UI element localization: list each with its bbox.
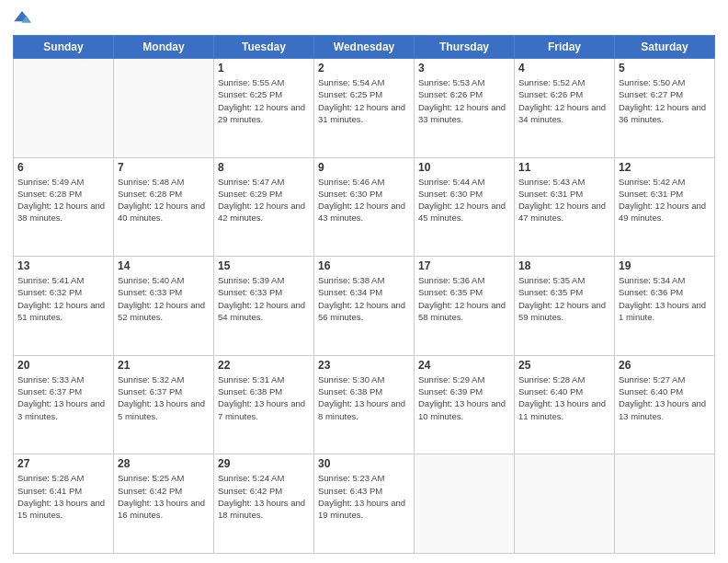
table-row: 14Sunrise: 5:40 AM Sunset: 6:33 PM Dayli… — [114, 257, 214, 356]
day-info: Sunrise: 5:38 AM Sunset: 6:34 PM Dayligh… — [318, 274, 410, 323]
day-info: Sunrise: 5:43 AM Sunset: 6:31 PM Dayligh… — [518, 176, 610, 224]
table-row: 27Sunrise: 5:26 AM Sunset: 6:41 PM Dayli… — [14, 454, 114, 554]
day-number: 20 — [17, 359, 109, 372]
day-info: Sunrise: 5:54 AM Sunset: 6:25 PM Dayligh… — [318, 76, 410, 125]
table-row: 1Sunrise: 5:55 AM Sunset: 6:25 PM Daylig… — [214, 59, 314, 158]
table-row: 22Sunrise: 5:31 AM Sunset: 6:38 PM Dayli… — [214, 355, 314, 454]
day-info: Sunrise: 5:33 AM Sunset: 6:37 PM Dayligh… — [17, 373, 109, 422]
day-number: 10 — [418, 161, 510, 174]
day-info: Sunrise: 5:23 AM Sunset: 6:43 PM Dayligh… — [318, 472, 410, 521]
day-number: 22 — [218, 359, 310, 372]
day-number: 6 — [17, 161, 109, 174]
table-row — [515, 454, 615, 554]
logo — [13, 9, 35, 28]
day-info: Sunrise: 5:42 AM Sunset: 6:31 PM Dayligh… — [619, 176, 711, 224]
day-info: Sunrise: 5:24 AM Sunset: 6:42 PM Dayligh… — [218, 472, 310, 521]
day-info: Sunrise: 5:34 AM Sunset: 6:36 PM Dayligh… — [619, 274, 711, 323]
calendar-week-row: 6Sunrise: 5:49 AM Sunset: 6:28 PM Daylig… — [14, 157, 715, 257]
calendar-week-row: 20Sunrise: 5:33 AM Sunset: 6:37 PM Dayli… — [14, 355, 715, 454]
table-row: 5Sunrise: 5:50 AM Sunset: 6:27 PM Daylig… — [615, 59, 715, 158]
table-row: 29Sunrise: 5:24 AM Sunset: 6:42 PM Dayli… — [214, 454, 314, 554]
table-row: 25Sunrise: 5:28 AM Sunset: 6:40 PM Dayli… — [515, 355, 615, 454]
day-info: Sunrise: 5:30 AM Sunset: 6:38 PM Dayligh… — [318, 373, 410, 422]
table-row: 10Sunrise: 5:44 AM Sunset: 6:30 PM Dayli… — [415, 157, 515, 257]
table-row — [615, 454, 715, 554]
day-info: Sunrise: 5:41 AM Sunset: 6:32 PM Dayligh… — [17, 274, 109, 323]
calendar-table: Sunday Monday Tuesday Wednesday Thursday… — [13, 35, 715, 554]
logo-icon — [13, 9, 31, 28]
table-row: 18Sunrise: 5:35 AM Sunset: 6:35 PM Dayli… — [515, 257, 615, 356]
col-sunday: Sunday — [14, 36, 114, 59]
day-number: 4 — [518, 62, 610, 75]
table-row: 15Sunrise: 5:39 AM Sunset: 6:33 PM Dayli… — [214, 257, 314, 356]
table-row: 19Sunrise: 5:34 AM Sunset: 6:36 PM Dayli… — [615, 257, 715, 356]
table-row: 2Sunrise: 5:54 AM Sunset: 6:25 PM Daylig… — [314, 59, 415, 158]
table-row: 13Sunrise: 5:41 AM Sunset: 6:32 PM Dayli… — [14, 257, 114, 356]
table-row: 24Sunrise: 5:29 AM Sunset: 6:39 PM Dayli… — [415, 355, 515, 454]
day-info: Sunrise: 5:28 AM Sunset: 6:40 PM Dayligh… — [518, 373, 610, 422]
day-info: Sunrise: 5:35 AM Sunset: 6:35 PM Dayligh… — [518, 274, 610, 323]
table-row: 17Sunrise: 5:36 AM Sunset: 6:35 PM Dayli… — [415, 257, 515, 356]
day-info: Sunrise: 5:50 AM Sunset: 6:27 PM Dayligh… — [619, 76, 711, 125]
day-number: 25 — [518, 359, 610, 372]
table-row — [14, 59, 114, 158]
day-number: 28 — [118, 457, 210, 470]
col-friday: Friday — [515, 36, 615, 59]
day-info: Sunrise: 5:36 AM Sunset: 6:35 PM Dayligh… — [418, 274, 510, 323]
col-tuesday: Tuesday — [214, 36, 314, 59]
calendar-week-row: 13Sunrise: 5:41 AM Sunset: 6:32 PM Dayli… — [14, 257, 715, 356]
day-info: Sunrise: 5:44 AM Sunset: 6:30 PM Dayligh… — [418, 176, 510, 224]
day-number: 9 — [318, 161, 410, 174]
page: Sunday Monday Tuesday Wednesday Thursday… — [0, 0, 728, 563]
table-row: 28Sunrise: 5:25 AM Sunset: 6:42 PM Dayli… — [114, 454, 214, 554]
day-number: 18 — [518, 259, 610, 272]
day-number: 3 — [418, 62, 510, 75]
table-row: 20Sunrise: 5:33 AM Sunset: 6:37 PM Dayli… — [14, 355, 114, 454]
day-info: Sunrise: 5:32 AM Sunset: 6:37 PM Dayligh… — [118, 373, 210, 422]
table-row: 26Sunrise: 5:27 AM Sunset: 6:40 PM Dayli… — [615, 355, 715, 454]
table-row: 21Sunrise: 5:32 AM Sunset: 6:37 PM Dayli… — [114, 355, 214, 454]
day-number: 21 — [118, 359, 210, 372]
day-number: 24 — [418, 359, 510, 372]
col-saturday: Saturday — [615, 36, 715, 59]
day-info: Sunrise: 5:55 AM Sunset: 6:25 PM Dayligh… — [218, 76, 310, 125]
calendar-header-row: Sunday Monday Tuesday Wednesday Thursday… — [14, 36, 715, 59]
col-wednesday: Wednesday — [314, 36, 415, 59]
day-number: 5 — [619, 62, 711, 75]
day-info: Sunrise: 5:48 AM Sunset: 6:28 PM Dayligh… — [118, 176, 210, 224]
day-number: 27 — [17, 457, 109, 470]
day-info: Sunrise: 5:29 AM Sunset: 6:39 PM Dayligh… — [418, 373, 510, 422]
day-info: Sunrise: 5:53 AM Sunset: 6:26 PM Dayligh… — [418, 76, 510, 125]
day-info: Sunrise: 5:49 AM Sunset: 6:28 PM Dayligh… — [17, 176, 109, 224]
day-info: Sunrise: 5:52 AM Sunset: 6:26 PM Dayligh… — [518, 76, 610, 125]
table-row: 6Sunrise: 5:49 AM Sunset: 6:28 PM Daylig… — [14, 157, 114, 257]
header — [13, 9, 715, 28]
day-number: 17 — [418, 259, 510, 272]
day-number: 1 — [218, 62, 310, 75]
day-number: 15 — [218, 259, 310, 272]
day-number: 19 — [619, 259, 711, 272]
table-row — [415, 454, 515, 554]
table-row: 7Sunrise: 5:48 AM Sunset: 6:28 PM Daylig… — [114, 157, 214, 257]
table-row: 30Sunrise: 5:23 AM Sunset: 6:43 PM Dayli… — [314, 454, 415, 554]
day-number: 26 — [619, 359, 711, 372]
table-row: 23Sunrise: 5:30 AM Sunset: 6:38 PM Dayli… — [314, 355, 415, 454]
day-number: 13 — [17, 259, 109, 272]
day-number: 8 — [218, 161, 310, 174]
calendar-week-row: 27Sunrise: 5:26 AM Sunset: 6:41 PM Dayli… — [14, 454, 715, 554]
day-number: 2 — [318, 62, 410, 75]
col-monday: Monday — [114, 36, 214, 59]
day-info: Sunrise: 5:25 AM Sunset: 6:42 PM Dayligh… — [118, 472, 210, 521]
day-number: 23 — [318, 359, 410, 372]
day-info: Sunrise: 5:40 AM Sunset: 6:33 PM Dayligh… — [118, 274, 210, 323]
col-thursday: Thursday — [415, 36, 515, 59]
day-info: Sunrise: 5:27 AM Sunset: 6:40 PM Dayligh… — [619, 373, 711, 422]
calendar-week-row: 1Sunrise: 5:55 AM Sunset: 6:25 PM Daylig… — [14, 59, 715, 158]
day-info: Sunrise: 5:31 AM Sunset: 6:38 PM Dayligh… — [218, 373, 310, 422]
day-number: 14 — [118, 259, 210, 272]
table-row: 16Sunrise: 5:38 AM Sunset: 6:34 PM Dayli… — [314, 257, 415, 356]
table-row: 12Sunrise: 5:42 AM Sunset: 6:31 PM Dayli… — [615, 157, 715, 257]
day-number: 29 — [218, 457, 310, 470]
day-info: Sunrise: 5:39 AM Sunset: 6:33 PM Dayligh… — [218, 274, 310, 323]
table-row: 9Sunrise: 5:46 AM Sunset: 6:30 PM Daylig… — [314, 157, 415, 257]
